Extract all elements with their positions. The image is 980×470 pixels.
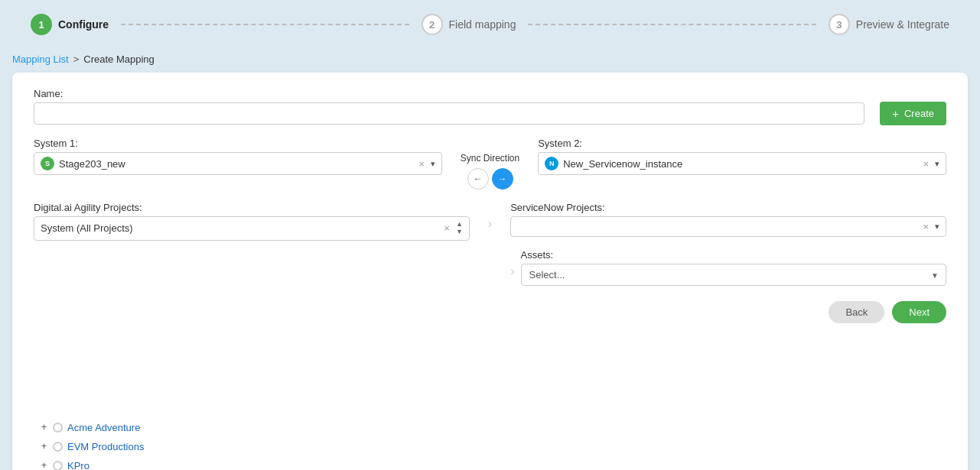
breadcrumb-current: Create Mapping	[83, 53, 155, 65]
label-acme: Acme Adventure	[67, 422, 140, 433]
projects-row: Digital.ai Agility Projects: × ▲ ▼ - Sys…	[34, 202, 946, 470]
assets-select-wrapper: Select...	[521, 264, 947, 286]
breadcrumb-separator: >	[73, 53, 80, 65]
step-2-circle: 2	[422, 14, 443, 35]
agility-projects-block: Digital.ai Agility Projects: × ▲ ▼ - Sys…	[34, 202, 470, 470]
create-btn-label: Create	[904, 108, 934, 119]
step-configure: 1 Configure	[31, 14, 109, 35]
sync-arrows: ← →	[467, 168, 513, 190]
system1-clear[interactable]: ×	[417, 158, 426, 170]
assets-row: › Assets: Select...	[510, 249, 946, 286]
step-preview: 3 Preview & Integrate	[829, 14, 949, 35]
agility-projects-clear[interactable]: ×	[442, 222, 451, 234]
breadcrumb-link[interactable]: Mapping List	[12, 53, 69, 65]
agility-projects-label: Digital.ai Agility Projects:	[34, 202, 470, 213]
agility-projects-updown: ▲ ▼	[456, 221, 463, 236]
system1-select-wrapper: S Stage203_new × ▾	[34, 152, 442, 175]
sync-left-button[interactable]: ←	[467, 168, 489, 190]
step-divider-2	[528, 24, 816, 25]
action-row: Back Next	[510, 301, 946, 323]
step-divider-1	[121, 24, 409, 25]
system1-select[interactable]: Stage203_new	[59, 158, 412, 170]
stepper: 1 Configure 2 Field mapping 3 Preview & …	[0, 0, 980, 49]
sync-label: Sync Direction	[461, 153, 519, 164]
agility-projects-down-icon[interactable]: ▼	[456, 229, 463, 236]
servicenow-projects-select[interactable]	[517, 221, 917, 232]
system1-block: System 1: S Stage203_new × ▾	[34, 138, 442, 175]
assets-section: › Assets: Select...	[510, 249, 946, 286]
projects-spacer: ›	[470, 202, 510, 231]
toggle-evm[interactable]: +	[41, 441, 47, 452]
agility-projects-input[interactable]	[41, 222, 438, 234]
assets-arrow-spacer: ›	[510, 249, 514, 278]
below-dropdown-list: + Acme Adventure + EVM Productions + KPr…	[34, 415, 470, 470]
label-evm: EVM Productions	[67, 441, 144, 452]
label-kpro: KPro	[67, 460, 90, 470]
system1-arrow-icon: ▾	[431, 159, 435, 169]
system2-select-wrapper: N New_Servicenow_instance × ▾	[538, 152, 946, 175]
name-label: Name:	[34, 88, 864, 99]
system2-arrow-icon: ▾	[935, 159, 939, 169]
system1-label: System 1:	[34, 138, 442, 149]
system2-icon: N	[545, 157, 558, 170]
step-1-circle: 1	[31, 14, 52, 35]
create-button[interactable]: + Create	[880, 102, 946, 125]
sync-block: Sync Direction ← →	[442, 138, 538, 190]
projects-chevron-icon: ›	[488, 217, 492, 231]
step-field-mapping: 2 Field mapping	[422, 14, 516, 35]
agility-projects-select-wrapper: × ▲ ▼	[34, 216, 470, 241]
system2-clear[interactable]: ×	[921, 158, 930, 170]
assets-select[interactable]: Select...	[521, 264, 947, 286]
name-row: Name: + Create	[34, 88, 946, 125]
servicenow-block: ServiceNow Projects: × ▾ › Assets:	[510, 202, 946, 323]
back-button[interactable]: Back	[829, 301, 884, 323]
sync-right-button[interactable]: →	[492, 168, 513, 190]
list-item-kpro[interactable]: + KPro	[34, 456, 470, 470]
list-item-acme[interactable]: + Acme Adventure	[34, 418, 470, 437]
toggle-kpro[interactable]: +	[41, 460, 47, 470]
name-input[interactable]	[34, 102, 864, 125]
step-3-label: Preview & Integrate	[856, 18, 949, 31]
assets-chevron-icon: ›	[510, 264, 514, 278]
step-2-label: Field mapping	[449, 18, 516, 31]
next-button[interactable]: Next	[892, 301, 946, 323]
list-item-evm[interactable]: + EVM Productions	[34, 437, 470, 456]
create-plus-icon: +	[892, 107, 899, 120]
radio-kpro[interactable]	[53, 461, 63, 470]
name-section: Name:	[34, 88, 864, 125]
system2-select[interactable]: New_Servicenow_instance	[563, 158, 917, 170]
servicenow-projects-wrapper: × ▾	[510, 216, 946, 237]
toggle-acme[interactable]: +	[41, 422, 47, 433]
system2-label: System 2:	[538, 138, 946, 149]
radio-acme[interactable]	[53, 423, 63, 433]
assets-label: Assets:	[521, 249, 947, 261]
system1-icon: S	[41, 157, 54, 170]
servicenow-projects-label: ServiceNow Projects:	[510, 202, 946, 213]
systems-row: System 1: S Stage203_new × ▾ Sync Direct…	[34, 138, 946, 190]
servicenow-projects-clear[interactable]: ×	[921, 221, 930, 232]
assets-field: Assets: Select...	[521, 249, 947, 286]
step-3-circle: 3	[829, 14, 850, 35]
main-card: Name: + Create System 1: S Stage203_new …	[12, 73, 968, 470]
system2-block: System 2: N New_Servicenow_instance × ▾	[538, 138, 946, 175]
radio-evm[interactable]	[53, 442, 63, 452]
step-1-label: Configure	[58, 18, 109, 31]
servicenow-projects-arrow-icon: ▾	[935, 222, 939, 232]
breadcrumb: Mapping List > Create Mapping	[0, 49, 980, 73]
